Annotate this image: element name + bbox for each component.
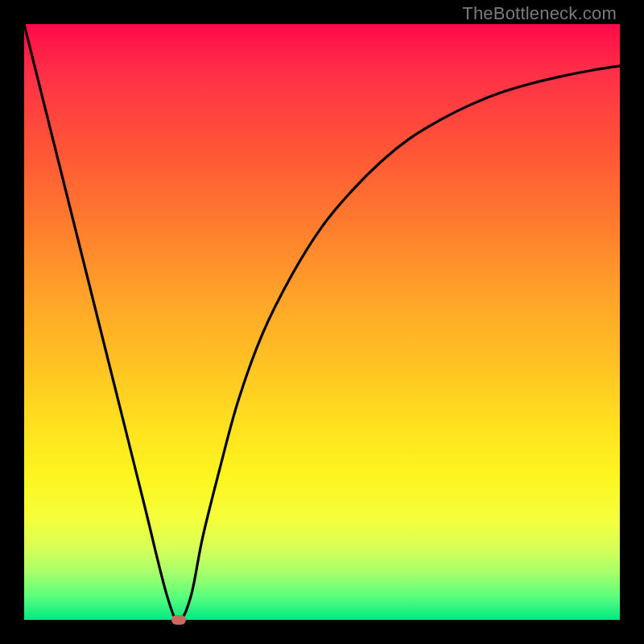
plot-area [24, 24, 620, 620]
bottleneck-curve [24, 24, 620, 620]
chart-frame: TheBottleneck.com [0, 0, 644, 644]
minimum-marker [171, 615, 186, 625]
watermark-text: TheBottleneck.com [462, 3, 617, 24]
